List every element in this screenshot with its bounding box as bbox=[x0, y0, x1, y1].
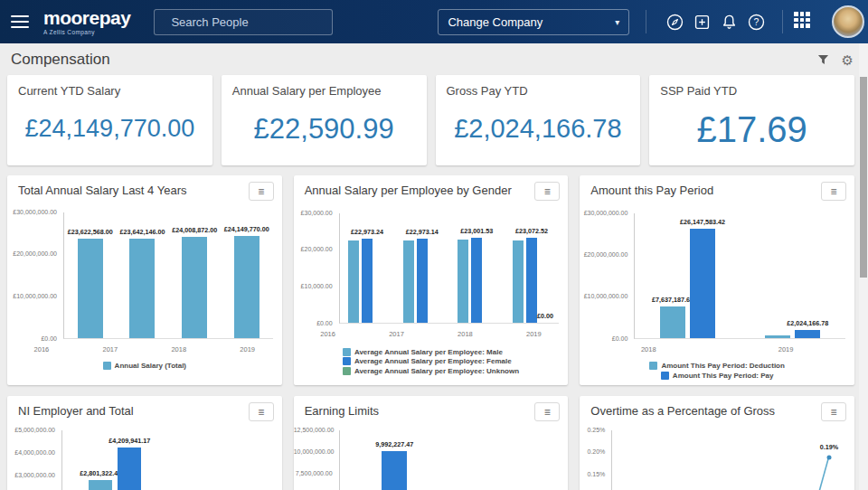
app-root: moorepay A Zellis Company Change Company… bbox=[0, 0, 868, 490]
x-axis-label: 2018 bbox=[641, 345, 656, 353]
bar[interactable] bbox=[89, 480, 112, 490]
y-axis-tick-label: £20,000,000.00 bbox=[580, 251, 627, 258]
bar-value-label: £0.00 bbox=[537, 312, 553, 320]
y-axis-tick-label: £5,000,000.00 bbox=[7, 427, 55, 433]
data-point[interactable] bbox=[826, 455, 831, 459]
chart-menu-button[interactable]: ≡ bbox=[249, 402, 274, 421]
chart-title: Earning Limits bbox=[305, 404, 379, 418]
chart-title: Overtime as a Percentage of Gross bbox=[590, 404, 775, 418]
x-axis-label: 2018 bbox=[171, 345, 186, 353]
legend-item[interactable]: Amount This Pay Period: Deduction bbox=[649, 362, 784, 370]
legend-item[interactable]: Average Annual Salary per Employee: Male bbox=[343, 348, 519, 356]
settings-gear-icon[interactable]: ⚙ bbox=[842, 53, 854, 67]
chart-title: NI Employer and Total bbox=[18, 404, 134, 418]
chart-body: £30,000,000.00£20,000,000.00£10,000,000.… bbox=[7, 204, 282, 385]
chart-menu-button[interactable]: ≡ bbox=[821, 402, 846, 421]
bar[interactable] bbox=[182, 237, 207, 338]
kpi-card-ssp-paid-ytd: SSP Paid YTD £17.69 bbox=[649, 75, 854, 165]
kpi-label: Current YTD Salary bbox=[18, 84, 202, 98]
bar-value-label: £2,024,166.78 bbox=[787, 319, 828, 327]
explore-compass-icon[interactable] bbox=[665, 12, 684, 32]
x-axis-label: 2016 bbox=[34, 345, 50, 353]
chart-header: Amount this Pay Period≡ bbox=[580, 175, 854, 201]
help-icon[interactable]: ? bbox=[746, 12, 766, 32]
chart-card-ni-employer-and-total: NI Employer and Total≡£5,000,000.00£4,00… bbox=[7, 396, 282, 490]
y-axis-tick-label: £10,000,000.00 bbox=[7, 293, 57, 299]
y-axis-tick-label: £20,000.00 bbox=[294, 246, 333, 252]
plot-area: 9,992,227.47 bbox=[339, 430, 560, 490]
top-navbar: moorepay A Zellis Company Change Company… bbox=[0, 0, 868, 43]
legend-column: Average Annual Salary per Employee: Male… bbox=[343, 346, 519, 376]
y-axis-tick-label: £0.00 bbox=[580, 335, 627, 342]
chart-menu-button[interactable]: ≡ bbox=[534, 182, 560, 201]
legend-swatch bbox=[661, 372, 669, 380]
bar-value-label: £24,149,770.00 bbox=[224, 225, 269, 233]
chart-legend: Annual Salary (Total) bbox=[7, 362, 282, 372]
filter-icon[interactable] bbox=[817, 54, 829, 65]
search-people-box[interactable] bbox=[154, 9, 333, 35]
logo[interactable]: moorepay A Zellis Company bbox=[43, 8, 130, 35]
y-axis-tick-label: 7,500,000.00 bbox=[294, 470, 333, 476]
y-axis-tick-label: £30,000,000.00 bbox=[7, 209, 57, 215]
add-icon[interactable] bbox=[692, 12, 712, 32]
chart-menu-button[interactable]: ≡ bbox=[249, 182, 274, 201]
bar[interactable] bbox=[765, 335, 790, 338]
chart-menu-button[interactable]: ≡ bbox=[821, 182, 846, 201]
user-avatar[interactable] bbox=[832, 5, 864, 38]
scrollbar-thumb[interactable] bbox=[860, 77, 867, 278]
legend-swatch bbox=[343, 348, 351, 356]
bar[interactable] bbox=[348, 240, 359, 323]
bar[interactable] bbox=[234, 236, 259, 338]
apps-grid-icon[interactable] bbox=[794, 12, 814, 32]
chart-menu-button[interactable]: ≡ bbox=[534, 402, 560, 421]
x-axis-label: 2016 bbox=[320, 330, 335, 338]
bar[interactable] bbox=[513, 240, 524, 323]
y-axis-tick-label: £3,000,000.00 bbox=[7, 472, 55, 478]
chart-header: Overtime as a Percentage of Gross≡ bbox=[580, 396, 854, 421]
bar[interactable] bbox=[403, 240, 414, 323]
y-axis-tick-label: £4,000,000.00 bbox=[7, 449, 55, 456]
kpi-card-current-ytd-salary: Current YTD Salary £24,149,770.00 bbox=[7, 75, 212, 165]
chevron-down-icon: ▾ bbox=[615, 17, 619, 27]
bar[interactable] bbox=[526, 238, 537, 323]
kpi-label: SSP Paid YTD bbox=[660, 84, 844, 98]
bar-value-label: 9,992,227.47 bbox=[375, 440, 413, 448]
chart-card-amount-this-pay-period: Amount this Pay Period≡£30,000,000.00£20… bbox=[580, 175, 854, 385]
legend-item[interactable]: Annual Salary (Total) bbox=[103, 362, 186, 370]
chart-legend: Average Annual Salary per Employee: Male… bbox=[294, 346, 569, 377]
y-axis-tick-label: 0.20% bbox=[580, 448, 605, 455]
legend-item[interactable]: Amount This Pay Period: Pay bbox=[661, 372, 774, 380]
bar[interactable] bbox=[118, 448, 141, 490]
chart-card-total-annual-salary: Total Annual Salary Last 4 Years≡£30,000… bbox=[7, 175, 282, 385]
bar[interactable] bbox=[690, 229, 715, 338]
scrollbar-track[interactable] bbox=[859, 43, 868, 490]
notifications-bell-icon[interactable] bbox=[719, 12, 739, 32]
legend-item[interactable]: Average Annual Salary per Employee: Unkn… bbox=[343, 367, 519, 375]
chart-header: Earning Limits≡ bbox=[294, 396, 569, 421]
chart-body: 12,500,000.0010,000,000.007,500,000.009,… bbox=[294, 425, 569, 490]
bar[interactable] bbox=[458, 240, 468, 323]
chart-body: £30,000,000.00£20,000,000.00£10,000,000.… bbox=[580, 204, 854, 385]
bar[interactable] bbox=[660, 306, 685, 338]
plot-area: £2,801,322.46£4,209,941.17 bbox=[61, 430, 273, 490]
bar[interactable] bbox=[795, 330, 820, 338]
chart-body: £30,000.00£20,000.00£10,000.00£0.00£22,9… bbox=[294, 204, 569, 385]
legend-swatch bbox=[343, 357, 351, 365]
chart-card-salary-by-gender: Annual Salary per Employee by Gender≡£30… bbox=[294, 175, 569, 385]
bar[interactable] bbox=[78, 239, 103, 338]
bar[interactable] bbox=[362, 239, 373, 323]
chart-legend: Amount This Pay Period: DeductionAmount … bbox=[580, 362, 854, 382]
menu-icon[interactable] bbox=[11, 15, 31, 28]
change-company-dropdown[interactable]: Change Company ▾ bbox=[438, 9, 629, 35]
search-input[interactable] bbox=[169, 14, 332, 30]
bar[interactable] bbox=[129, 239, 155, 338]
legend-item[interactable]: Average Annual Salary per Employee: Fema… bbox=[343, 357, 519, 365]
y-axis-tick-label: 0.15% bbox=[580, 471, 605, 477]
chart-body: 0.25%0.20%0.15%0.19% bbox=[580, 425, 854, 490]
navbar-divider bbox=[782, 10, 783, 33]
kpi-card-gross-pay-ytd: Gross Pay YTD £2,024,166.78 bbox=[436, 75, 641, 165]
bar[interactable] bbox=[471, 238, 482, 323]
bar[interactable] bbox=[382, 451, 407, 490]
x-axis-label: 2017 bbox=[103, 345, 118, 353]
bar[interactable] bbox=[417, 239, 428, 323]
